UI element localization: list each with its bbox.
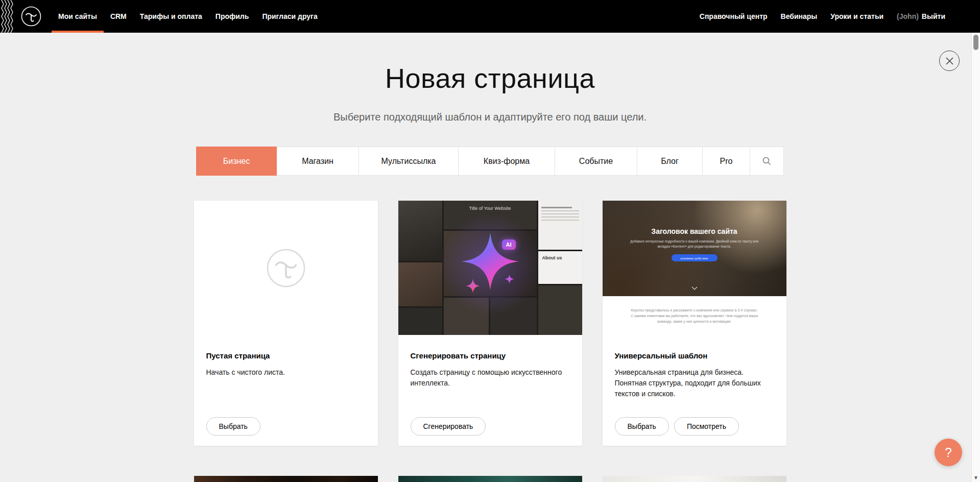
chevron-down-icon: [603, 283, 786, 292]
template-card-partial[interactable]: [603, 476, 786, 482]
logout-label: Выйти: [922, 0, 945, 33]
universal-template-preview: Заголовок вашего сайта Добавьте интересн…: [603, 201, 786, 335]
card-body: Сгенерировать страницу Создать страницу …: [398, 335, 582, 389]
collage-tile: [538, 201, 582, 250]
nav-item-crm[interactable]: CRM: [104, 0, 133, 33]
help-button[interactable]: ?: [935, 439, 962, 466]
preview-universal-button[interactable]: Посмотреть: [674, 417, 739, 436]
preview-body-text: Коротко представьтесь и расскажите о ком…: [631, 307, 758, 325]
nav-label: Уроки и статьи: [830, 12, 883, 20]
template-grid: Пустая страница Начать с чистого листа. …: [194, 201, 786, 446]
template-card-universal: Заголовок вашего сайта Добавьте интересн…: [603, 201, 786, 446]
scrollbar-thumb[interactable]: [973, 35, 978, 50]
nav-item-webinars[interactable]: Вебинары: [774, 0, 824, 33]
user-name: (John): [897, 0, 919, 33]
card-title: Сгенерировать страницу: [411, 351, 570, 360]
preview-text-section: Коротко представьтесь и расскажите о ком…: [603, 296, 786, 325]
scroll-down-arrow-icon[interactable]: ▼: [972, 475, 980, 480]
select-blank-button[interactable]: Выбрать: [206, 417, 260, 436]
tab-label: Событие: [579, 147, 613, 175]
tab-search[interactable]: [750, 147, 784, 176]
nav-item-lessons[interactable]: Уроки и статьи: [824, 0, 890, 33]
collage-tile: About us: [538, 251, 582, 284]
blank-template-preview: [194, 201, 378, 335]
nav-label: CRM: [110, 12, 127, 20]
card-body: Универсальный шаблон Универсальная стран…: [603, 335, 786, 399]
tab-label: Бизнес: [223, 147, 250, 175]
close-icon: [946, 57, 953, 65]
ai-badge: AI: [502, 239, 516, 250]
tab-quiz-form[interactable]: Квиз-форма: [458, 147, 555, 176]
nav-label: Тарифы и оплата: [140, 12, 202, 20]
tab-event[interactable]: Событие: [555, 147, 637, 176]
collage-tile: [538, 285, 582, 335]
secondary-nav: Справочный центр Вебинары Уроки и статьи…: [693, 0, 952, 33]
nav-label: Мои сайты: [58, 12, 97, 20]
template-card-ai-generate: Title of Your Website About us: [398, 201, 582, 446]
nav-item-profile[interactable]: Профиль: [209, 0, 256, 33]
main-nav: Мои сайты CRM Тарифы и оплата Профиль Пр…: [52, 0, 324, 33]
nav-item-billing[interactable]: Тарифы и оплата: [133, 0, 209, 33]
top-header: Мои сайты CRM Тарифы и оплата Профиль Пр…: [0, 0, 980, 33]
collage-tile: [398, 201, 442, 261]
card-description: Создать страницу с помощью искусственног…: [411, 367, 570, 389]
card-title: Пустая страница: [206, 351, 366, 360]
nav-label: Справочный центр: [700, 12, 768, 20]
nav-item-invite-friend[interactable]: Пригласи друга: [255, 0, 324, 33]
generate-button[interactable]: Сгенерировать: [411, 417, 486, 436]
tilda-logo-icon[interactable]: [21, 6, 41, 27]
nav-item-my-sites[interactable]: Мои сайты: [52, 0, 104, 33]
tab-business[interactable]: Бизнес: [196, 147, 277, 176]
collage-about-label: About us: [538, 251, 582, 260]
card-description: Универсальная страница для бизнеса. Поня…: [615, 367, 774, 399]
scrollbar[interactable]: ▼: [971, 33, 980, 482]
preview-subtext: Добавьте интересные подробности о вашей …: [628, 239, 761, 249]
tab-blog[interactable]: Блог: [637, 147, 703, 176]
collage-tile: [398, 262, 442, 306]
nav-label: Профиль: [216, 12, 249, 20]
template-card-blank: Пустая страница Начать с чистого листа. …: [194, 201, 378, 446]
preview-heading: Заголовок вашего сайта: [603, 227, 786, 235]
card-title: Универсальный шаблон: [615, 351, 774, 360]
template-card-partial[interactable]: [398, 476, 582, 482]
close-button[interactable]: [939, 51, 960, 71]
preview-cta-button: основное действие: [672, 254, 718, 261]
logout-link[interactable]: (John) Выйти: [890, 0, 952, 33]
tab-pro[interactable]: Pro: [702, 147, 750, 176]
preview-hero-section: Заголовок вашего сайта Добавьте интересн…: [603, 201, 786, 296]
collage-site-title: Title of Your Website: [444, 201, 537, 211]
card-actions: Сгенерировать: [411, 417, 486, 436]
zigzag-pattern-icon: [0, 0, 14, 33]
search-icon: [762, 157, 771, 165]
tab-multilink[interactable]: Мультиссылка: [358, 147, 459, 176]
tab-label: Квиз-форма: [484, 147, 530, 175]
tab-label: Мультиссылка: [381, 147, 436, 175]
new-page-dialog: Новая страница Выберите подходящий шабло…: [194, 62, 786, 482]
template-category-tabs: Бизнес Магазин Мультиссылка Квиз-форма С…: [194, 147, 786, 176]
page-title: Новая страница: [194, 62, 786, 94]
ai-template-preview: Title of Your Website About us: [398, 201, 582, 335]
nav-label: Вебинары: [781, 12, 818, 20]
nav-item-help-center[interactable]: Справочный центр: [693, 0, 774, 33]
ai-sparkle-small-icon: [505, 274, 514, 284]
tab-label: Блог: [661, 147, 679, 175]
card-actions: Выбрать Посмотреть: [615, 417, 739, 436]
collage-tile: [398, 308, 442, 335]
template-card-partial[interactable]: [194, 476, 378, 482]
page-subtitle: Выберите подходящий шаблон и адаптируйте…: [194, 111, 786, 123]
tilda-watermark-icon: [266, 248, 306, 288]
card-description: Начать с чистого листа.: [206, 367, 366, 378]
template-grid-next-row: [194, 476, 786, 482]
tab-label: Магазин: [302, 147, 333, 175]
select-universal-button[interactable]: Выбрать: [615, 417, 669, 436]
tab-store[interactable]: Магазин: [276, 147, 359, 176]
ai-sparkle-small-icon: [466, 279, 480, 293]
card-body: Пустая страница Начать с чистого листа.: [194, 335, 378, 378]
card-actions: Выбрать: [206, 417, 260, 436]
nav-label: Пригласи друга: [262, 12, 317, 20]
tab-label: Pro: [720, 147, 733, 175]
